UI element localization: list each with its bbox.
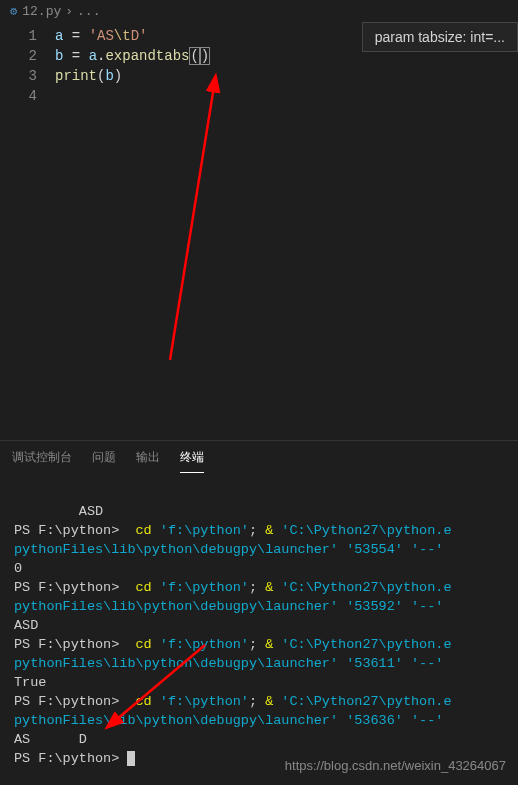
watermark-text: https://blog.csdn.net/weixin_43264067 bbox=[285, 758, 506, 773]
panel-tabs-row: 调试控制台 问题 输出 终端 bbox=[0, 440, 518, 473]
breadcrumb[interactable]: ⚙ 12.py › ... bbox=[0, 0, 518, 22]
tab-output[interactable]: 输出 bbox=[136, 449, 160, 473]
tab-debug-console[interactable]: 调试控制台 bbox=[12, 449, 72, 473]
breadcrumb-filename: 12.py bbox=[22, 4, 61, 19]
parameter-hint-tooltip: param tabsize: int=... bbox=[362, 22, 518, 52]
code-editor[interactable]: 1 2 3 4 a = 'AS\tD' b = a.expandtabs() p… bbox=[0, 22, 518, 440]
breadcrumb-more: ... bbox=[77, 4, 100, 19]
chevron-right-icon: › bbox=[65, 4, 73, 19]
tab-terminal[interactable]: 终端 bbox=[180, 449, 204, 473]
python-file-icon: ⚙ bbox=[10, 4, 17, 19]
code-area[interactable]: a = 'AS\tD' b = a.expandtabs() print(b) bbox=[55, 22, 518, 440]
terminal-content[interactable]: ASD PS F:\python> cd 'f:\python'; & 'C:\… bbox=[0, 473, 518, 778]
tab-problems[interactable]: 问题 bbox=[92, 449, 116, 473]
terminal-cursor bbox=[127, 751, 135, 766]
code-line-4[interactable] bbox=[55, 86, 518, 106]
line-number-gutter: 1 2 3 4 bbox=[0, 22, 55, 440]
code-line-3[interactable]: print(b) bbox=[55, 66, 518, 86]
